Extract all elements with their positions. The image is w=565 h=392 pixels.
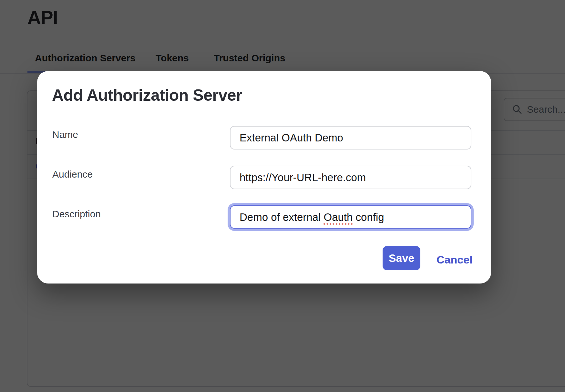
add-authorization-server-dialog: Add Authorization Server Name External O… bbox=[37, 71, 491, 284]
name-field[interactable]: External OAuth Demo bbox=[230, 126, 471, 150]
dialog-title: Add Authorization Server bbox=[52, 86, 242, 105]
description-field[interactable]: Demo of external Oauth config bbox=[230, 205, 471, 229]
audience-field[interactable]: https://Your-URL-here.com bbox=[230, 166, 471, 189]
description-label: Description bbox=[52, 209, 101, 220]
audience-label: Audience bbox=[52, 169, 93, 180]
save-button[interactable]: Save bbox=[383, 246, 420, 270]
description-text: config bbox=[353, 211, 384, 223]
cancel-button[interactable]: Cancel bbox=[437, 253, 473, 266]
screen: API Authorization Servers Tokens Trusted… bbox=[0, 0, 565, 392]
description-misspelled-word: Oauth bbox=[324, 211, 353, 223]
description-text: Demo of external bbox=[240, 211, 324, 223]
name-label: Name bbox=[52, 129, 78, 140]
